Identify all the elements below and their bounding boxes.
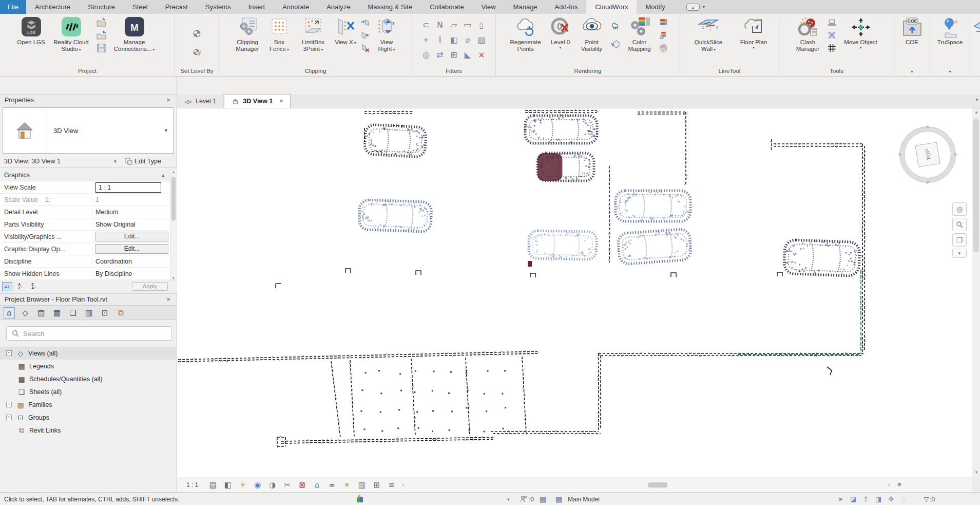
properties-filter-button[interactable]: ≡↕ (2, 282, 12, 291)
clip-plane-in-icon[interactable] (359, 16, 371, 28)
panel-caret-truspace[interactable]: ▾ (930, 67, 970, 76)
project-browser-header[interactable]: Project Browser - Floor Plan Tool.rvt × (0, 293, 177, 306)
search-input[interactable] (23, 330, 146, 338)
color-mapping-button[interactable]: Color Mapping (624, 15, 656, 52)
view-tab-3d-view-1[interactable]: 3D View 1× (224, 94, 291, 108)
clash-report-icon[interactable] (827, 16, 838, 28)
point-visibility-button[interactable]: Point Visibility (577, 15, 607, 52)
edit-type-button[interactable]: Edit Type (125, 158, 161, 165)
drag-on-selection-icon[interactable]: ✥ (888, 495, 894, 503)
shadows-icon[interactable]: ◑ (265, 479, 280, 491)
import-folder-icon[interactable] (96, 29, 107, 41)
column-icon[interactable]: ▯ (475, 17, 489, 32)
constraints-icon[interactable]: ≡ (384, 479, 399, 491)
reality-cloud-studio-button[interactable]: Reality Cloud Studio▾ (49, 15, 93, 52)
main-model-icon[interactable]: ▤ (555, 493, 562, 505)
manage-connections-button[interactable]: M Manage Connections...▾ (110, 15, 159, 52)
select-elements-icon[interactable]: ◌ (900, 495, 906, 503)
clip-plane-delete-icon[interactable] (359, 42, 371, 53)
scroll-down-icon[interactable]: ▼ (170, 276, 177, 280)
select-pinned-icon[interactable]: ↥ (863, 495, 869, 503)
view-scale-input[interactable]: 1 : 1 (95, 182, 161, 193)
colorbar-settings-icon[interactable] (658, 29, 669, 41)
dropdown-caret[interactable]: ▾ (859, 46, 861, 51)
vertical-scrollbar[interactable]: ▲ ▼ (972, 108, 980, 477)
edit-button[interactable]: Edit... (95, 244, 168, 254)
browser-legends-icon[interactable]: ▤ (35, 307, 47, 319)
instance-selector[interactable]: 3D View: 3D View 1 (0, 158, 114, 165)
temp-view-icon[interactable]: ⌂ (310, 479, 324, 491)
property-value[interactable]: By Discipline (92, 270, 170, 277)
tree-item-views-all-[interactable]: +◇Views (all) (0, 347, 177, 360)
close-view-icon[interactable]: × (279, 98, 283, 105)
chevron-down-icon[interactable]: ▾ (114, 159, 125, 164)
property-value[interactable]: Coordination (92, 258, 170, 265)
truspace-button[interactable]: ✳ TruSpace (934, 15, 967, 46)
worksharing-icon[interactable] (356, 493, 364, 505)
render-settings-icon[interactable]: ◉ (250, 479, 265, 491)
scroll-up-icon[interactable]: ▲ (972, 108, 980, 117)
crop-view-icon[interactable]: ✂ (280, 479, 295, 491)
chevron-down-icon[interactable]: ▼ (164, 128, 174, 133)
ribbon-tab-cloudworx[interactable]: CloudWorx (586, 0, 637, 14)
dropdown-caret[interactable]: ▾ (393, 47, 395, 52)
worksets-toggle[interactable]: :0 (520, 493, 534, 505)
navbar-expand-button[interactable]: ▾ (952, 249, 967, 258)
tree-item-legends[interactable]: ▤Legends (0, 360, 177, 372)
clash-manager-button[interactable]: Clash Manager (792, 15, 824, 52)
tree-item-schedules-quantities-all-[interactable]: ▦Schedules/Quantities (all) (0, 372, 177, 385)
fit-view-icon[interactable]: ⌖ (419, 32, 433, 47)
ribbon-tab-systems[interactable]: Systems (197, 0, 240, 14)
sort-descending-button[interactable]: ZA↓ (29, 282, 39, 291)
rect-duct-icon[interactable]: ▭ (461, 17, 475, 32)
scroll-left-icon[interactable]: ‹ (399, 481, 407, 488)
tree-item-sheets-all-[interactable]: ❏Sheets (all) (0, 385, 177, 398)
apply-button[interactable]: Apply (132, 282, 168, 291)
temp-properties-icon[interactable]: ▥ (354, 479, 369, 491)
round-flange-icon[interactable]: ◎ (419, 47, 433, 62)
ramp-icon[interactable]: ◣ (461, 47, 475, 62)
steering-wheel-button[interactable]: ◎ (952, 202, 967, 216)
property-value[interactable]: Show Original (92, 221, 170, 228)
project-browser-close-icon[interactable]: × (164, 294, 172, 305)
home-view-button[interactable]: ❐ (952, 233, 967, 247)
browser-schedules-icon[interactable]: ▦ (51, 307, 63, 319)
section-collapse-icon[interactable]: ▴ (92, 171, 170, 179)
tree-item-families[interactable]: +▥Families (0, 398, 177, 411)
duct-spacing-icon[interactable]: ⇄ (433, 47, 447, 62)
ribbon-tab-collaborate[interactable]: Collaborate (421, 0, 473, 14)
hide-crop-icon[interactable]: ⊠ (295, 479, 310, 491)
window-icon[interactable]: ⊞ (447, 47, 461, 62)
view-scale-button[interactable]: 1 : 1 (186, 481, 198, 489)
floor-plan-button[interactable]: Floor Plan ▾ (737, 15, 771, 51)
regenerate-points-button[interactable]: Regenerate Points (507, 15, 545, 52)
expand-icon[interactable]: + (6, 415, 12, 420)
view-right-button[interactable]: x View Right▾ (373, 15, 400, 52)
open-project-folder-icon[interactable] (96, 16, 107, 28)
palette-icon[interactable] (658, 42, 669, 53)
set-level-target-points-icon[interactable] (191, 47, 203, 58)
ribbon-tab-file[interactable]: File (0, 0, 26, 14)
property-value[interactable]: Edit... (92, 244, 170, 254)
scroll-down-icon[interactable]: ▼ (972, 469, 980, 477)
type-selector[interactable]: 3D View ▼ (3, 107, 174, 154)
clash-grid-icon[interactable] (827, 42, 838, 53)
property-value[interactable]: Medium (92, 209, 170, 216)
property-value[interactable]: 1 : 1 (92, 182, 170, 193)
wall-panel-icon[interactable]: ▱ (447, 17, 461, 32)
sort-ascending-button[interactable]: AZ↓ (15, 282, 26, 291)
expand-icon[interactable]: + (6, 402, 12, 407)
property-value[interactable]: 1 (92, 196, 170, 203)
sun-path-icon[interactable]: ☀ (235, 479, 250, 491)
steel-beam-icon[interactable]: Ι (433, 32, 447, 47)
coe-button[interactable]: COE COE (898, 15, 927, 46)
clipping-manager-button[interactable]: Clipping Manager (231, 15, 264, 52)
ribbon-tab-massing-site[interactable]: Massing & Site (359, 0, 421, 14)
set-level-target-icon[interactable] (191, 28, 203, 40)
ribbon-tab-modify[interactable]: Modify (637, 0, 674, 14)
select-underlay-icon[interactable]: ◪ (850, 495, 856, 503)
colorbar-icon[interactable] (658, 16, 669, 28)
view-x-button[interactable]: View X▾ (334, 15, 357, 46)
view-cube[interactable]: TOP (896, 123, 959, 186)
open-lgs-button[interactable]: LGS Open LGS (16, 15, 47, 46)
